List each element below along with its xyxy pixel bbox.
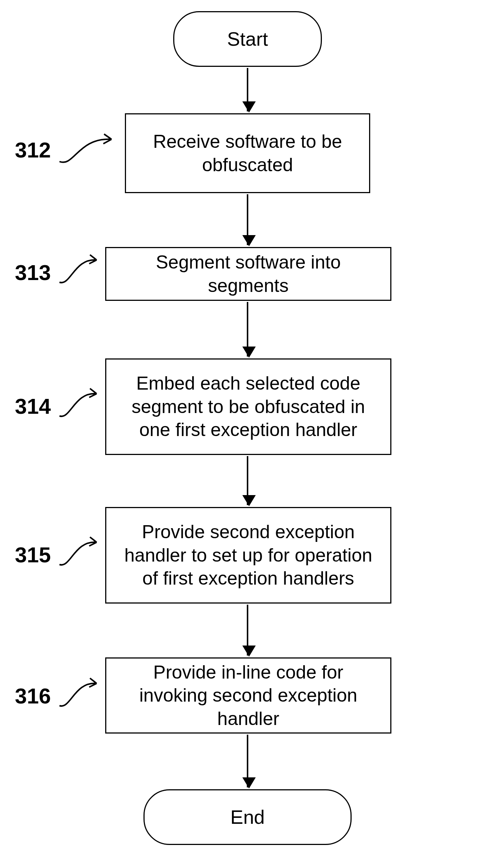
arrow-316-to-end [247,735,248,787]
ref-label-314: 314 [15,394,51,419]
swoosh-313 [56,249,108,290]
terminator-start: Start [173,11,322,67]
swoosh-314 [56,383,108,423]
ref-label-316: 316 [15,683,51,708]
arrow-314-to-315 [247,456,248,505]
terminator-end-label: End [230,806,265,828]
arrow-315-to-316 [247,605,248,656]
process-312-text: Receive software to be obfuscated [137,130,358,176]
flowchart-stage: Start Receive software to be obfuscated … [0,0,491,868]
swoosh-315 [56,531,108,572]
arrow-312-to-313 [247,194,248,245]
process-312: Receive software to be obfuscated [125,113,370,193]
process-314: Embed each selected code segment to be o… [105,358,391,455]
swoosh-316 [56,672,108,713]
process-316: Provide in-line code for invoking second… [105,657,391,734]
ref-label-313: 313 [15,260,51,285]
process-315: Provide second exception handler to set … [105,507,391,604]
arrow-313-to-314 [247,302,248,357]
terminator-end: End [143,789,352,845]
process-315-text: Provide second exception handler to set … [117,520,379,590]
process-316-text: Provide in-line code for invoking second… [117,661,379,731]
ref-label-315: 315 [15,542,51,567]
terminator-start-label: Start [227,28,268,50]
process-313: Segment software into segments [105,247,391,301]
ref-label-312: 312 [15,137,51,162]
arrow-start-to-312 [247,68,248,111]
process-313-text: Segment software into segments [117,251,379,297]
swoosh-312 [56,126,126,171]
process-314-text: Embed each selected code segment to be o… [117,372,379,442]
